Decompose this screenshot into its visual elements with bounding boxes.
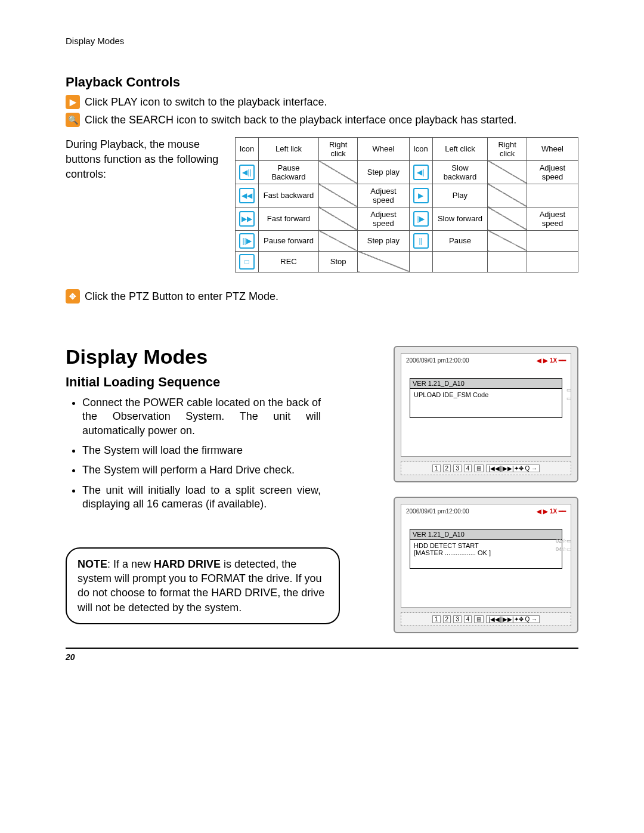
monitor-buttons: 1234⊞ |◀◀||▶▶|✦✥ Q → — [401, 462, 571, 475]
table-cell — [318, 207, 357, 230]
table-cell: □ — [236, 251, 259, 272]
th-icon-a: Icon — [236, 137, 259, 160]
th-rightclick-b: Right click — [488, 137, 527, 160]
table-cell: ◀◀ — [236, 184, 259, 207]
th-wheel-b: Wheel — [527, 137, 578, 160]
table-cell: Adjuest speed — [358, 207, 409, 230]
table-cell — [488, 230, 527, 251]
monitor-timestamp: 2006/09/01 pm12:00:00 — [406, 508, 469, 515]
monitor-firmware: 2006/09/01 pm12:00:00 ◀ ▶ 1X ━━ ▭▭ VER 1… — [394, 346, 578, 482]
table-cell: Pause forward — [259, 230, 319, 251]
table-cell: || — [409, 230, 432, 251]
th-wheel-a: Wheel — [358, 137, 409, 160]
table-cell: Step play — [358, 160, 409, 184]
table-cell: ||▶ — [236, 230, 259, 251]
playback-controls-heading: Playback Controls — [66, 75, 578, 90]
dialog-title: VER 1.21_D_A10 — [410, 529, 562, 540]
dialog-body: UPLOAD IDE_FSM Code — [410, 389, 562, 417]
th-rightclick-a: Right click — [318, 137, 357, 160]
control-icon: ||▶ — [239, 233, 255, 249]
th-icon-b: Icon — [409, 137, 432, 160]
table-cell — [527, 251, 578, 272]
footer-rule — [66, 648, 578, 649]
search-icon: 🔍 — [66, 113, 80, 127]
control-icon: |▶ — [413, 211, 429, 227]
table-cell: Slow backward — [432, 160, 488, 184]
play-icon: ▶ — [66, 95, 80, 109]
list-item: The System will load the firmware — [82, 444, 321, 457]
control-icon: || — [413, 233, 429, 249]
table-cell — [409, 251, 432, 272]
table-cell: Adjuest speed — [527, 207, 578, 230]
table-cell: ◀|| — [236, 160, 259, 184]
table-cell — [488, 184, 527, 207]
control-icon: ▶ — [413, 188, 429, 203]
mouse-controls-table: Icon Left lick Right click Wheel Icon Le… — [235, 137, 578, 272]
table-cell: |▶ — [409, 207, 432, 230]
control-icon: ◀| — [413, 165, 429, 180]
table-cell — [358, 251, 409, 272]
list-item: The unit will initially load to a split … — [82, 484, 321, 512]
monitor-side-icons: ▭▭ — [566, 386, 572, 403]
ptz-icon: ✥ — [66, 289, 80, 304]
table-cell — [318, 184, 357, 207]
table-cell: Adjuest speed — [527, 160, 578, 184]
table-cell — [318, 160, 357, 184]
monitor-buttons: 1234⊞ |◀◀||▶▶|✦✥ Q → — [401, 612, 571, 626]
table-cell: ▶▶ — [236, 207, 259, 230]
table-cell: Adjuest speed — [358, 184, 409, 207]
note-box: NOTE: If a new HARD DRIVE is detected, t… — [66, 547, 340, 624]
control-icon: ◀◀ — [239, 188, 255, 203]
monitor-hdd: 2006/09/01 pm12:00:00 ◀ ▶ 1X ━━ 02☆▭04☆▭… — [394, 497, 578, 633]
loading-sequence-list: Connect the POWER cable located on the b… — [82, 396, 383, 512]
table-cell: Fast backward — [259, 184, 319, 207]
control-icon: □ — [239, 254, 255, 270]
initial-loading-heading: Initial Loading Sequence — [66, 374, 383, 390]
mouse-intro-text: During Playback, the mouse buttons funct… — [66, 137, 221, 182]
table-cell: Pause — [432, 230, 488, 251]
list-item: Connect the POWER cable located on the b… — [82, 396, 321, 438]
list-item: The System will perform a Hard Drive che… — [82, 463, 321, 477]
play-instruction: Click PLAY icon to switch to the playbac… — [85, 95, 327, 109]
control-icon: ▶▶ — [239, 211, 255, 227]
th-leftclick-a: Left lick — [259, 137, 319, 160]
th-leftclick-b: Left click — [432, 137, 488, 160]
table-cell: Step play — [358, 230, 409, 251]
dialog-title: VER 1.21_D_A10 — [410, 379, 562, 389]
monitor-speed-indicator: ◀ ▶ 1X ━━ — [537, 508, 566, 515]
table-cell: Stop — [318, 251, 357, 272]
table-cell: Fast forward — [259, 207, 319, 230]
monitor-speed-indicator: ◀ ▶ 1X ━━ — [537, 357, 566, 364]
table-cell — [527, 184, 578, 207]
dialog-body: HDD DETECT START [MASTER ...............… — [410, 540, 562, 568]
table-cell — [488, 251, 527, 272]
ptz-instruction: Click the PTZ Button to enter PTZ Mode. — [85, 289, 278, 304]
table-cell: Play — [432, 184, 488, 207]
table-cell: REC — [259, 251, 319, 272]
page-number: 20 — [66, 652, 578, 662]
table-cell: ◀| — [409, 160, 432, 184]
table-cell — [318, 230, 357, 251]
table-cell — [527, 230, 578, 251]
running-header: Display Modes — [66, 36, 578, 46]
table-cell: Pause Backward — [259, 160, 319, 184]
monitor-timestamp: 2006/09/01 pm12:00:00 — [406, 357, 469, 364]
control-icon: ◀|| — [239, 165, 255, 180]
table-cell — [432, 251, 488, 272]
table-cell — [488, 207, 527, 230]
search-instruction: Click the SEARCH icon to switch back to … — [85, 113, 516, 127]
monitor-side-icons: 02☆▭04☆▭ — [556, 537, 572, 554]
table-cell — [488, 160, 527, 184]
table-cell: Slow forward — [432, 207, 488, 230]
table-cell: ▶ — [409, 184, 432, 207]
